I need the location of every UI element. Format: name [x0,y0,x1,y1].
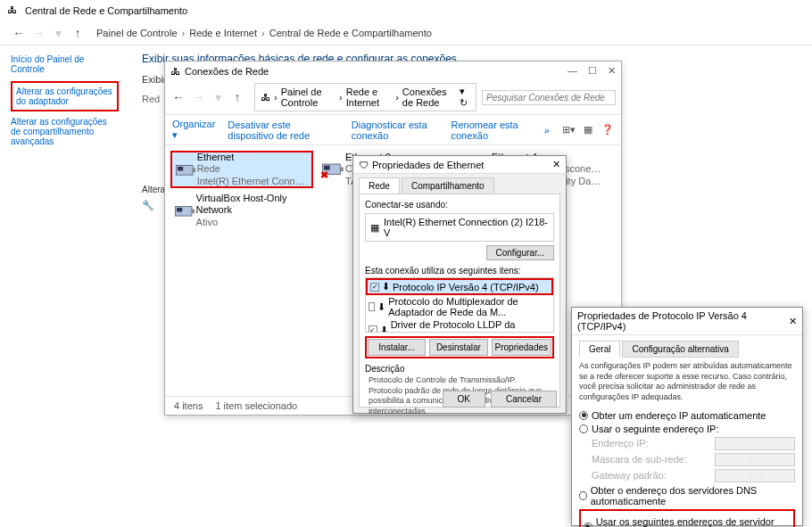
nic-icon: ▦ [370,222,379,234]
radio-icon[interactable] [584,523,592,527]
adapter-ethernet[interactable]: EthernetRedeIntel(R) Ethernet Connectio.… [170,151,313,188]
radio-dns-auto[interactable]: Obter o endereço dos servidores DNS auto… [579,485,795,506]
window-title: Central de Rede e Compartilhamento [25,5,187,16]
sidebar-home[interactable]: Início do Painel de Controle [11,54,119,74]
sidebar: Início do Painel de Controle Alterar as … [0,45,129,218]
close-button[interactable]: ✕ [608,65,616,77]
tab-network[interactable]: Rede [359,177,400,194]
checkbox-icon[interactable]: ✓ [370,283,379,292]
radio-icon[interactable] [579,424,588,433]
organize-menu[interactable]: Organizar ▾ [172,119,215,141]
forward-button[interactable]: → [30,25,46,41]
up-button[interactable]: ↑ [229,89,245,105]
disable-device[interactable]: Desativar este dispositivo de rede [228,119,338,141]
item-multiplexor[interactable]: ⬇Protocolo do Multiplexador de Adaptador… [366,295,553,318]
maximize-button[interactable]: ☐ [588,65,597,77]
rename[interactable]: Renomear esta conexão [452,119,532,141]
search-input[interactable] [482,90,616,105]
field-ip: Endereço IP:. . . [592,437,795,450]
checkbox-icon[interactable] [369,302,375,311]
minimize-button[interactable]: — [568,65,577,77]
field-gateway: Gateway padrão:. . . [592,469,795,482]
radio-icon[interactable] [579,411,588,420]
title-bar: 🖧 Central de Rede e Compartilhamento [0,0,812,21]
up-button[interactable]: ↑ [70,25,86,41]
dropdown-history[interactable]: ▾ [50,25,66,41]
diagnose[interactable]: Diagnosticar esta conexão [352,119,439,141]
item-lldp[interactable]: ✓⬇Driver de Protocolo LLDP da Microsoft [366,318,553,333]
description-label: Descrição [365,364,554,374]
forward-button[interactable]: → [190,89,206,105]
ok-button[interactable]: OK [443,391,485,408]
more[interactable]: » [544,125,550,136]
network-icon: 🖧 [7,4,20,17]
uninstall-button[interactable]: Desinstalar [429,339,487,356]
nic-icon [175,161,197,178]
sidebar-sharing-settings[interactable]: Alterar as configurações de compartilham… [11,115,119,148]
install-button[interactable]: Instalar... [368,339,426,356]
properties-button[interactable]: Propriedades [492,339,551,356]
sidebar-adapter-settings[interactable]: Alterar as configurações do adaptador [11,81,119,111]
protocol-list[interactable]: ✓⬇Protocolo IP Versão 4 (TCP/IPv4) ⬇Prot… [365,277,554,333]
dialog-title: Propriedades de Ethernet [372,160,484,170]
shield-icon: 🛡 [359,160,369,170]
connect-using-label: Conectar-se usando: [365,200,554,210]
tab-general[interactable]: Geral [579,341,620,358]
tab-alt-config[interactable]: Configuração alternativa [622,341,738,358]
breadcrumb[interactable]: Painel de Controle› Rede e Internet› Cen… [96,28,432,38]
item-ipv4[interactable]: ✓⬇Protocolo IP Versão 4 (TCP/IPv4) [366,278,553,295]
tab-sharing[interactable]: Compartilhamento [402,177,494,194]
toolbar: Organizar ▾ Desativar este dispositivo d… [165,115,621,145]
items-label: Esta conexão utiliza os seguintes itens: [365,260,554,276]
nav-bar: ← → ▾ ↑ Painel de Controle› Rede e Inter… [0,21,812,45]
back-button[interactable]: ← [170,89,186,105]
close-button[interactable]: ✕ [789,316,797,327]
field-mask: Máscara de sub-rede:. . . [592,453,795,466]
item-count: 4 itens [174,400,203,411]
configure-button[interactable]: Configurar... [486,245,554,260]
close-button[interactable]: ✕ [552,159,560,170]
radio-icon[interactable] [579,491,587,500]
cancel-button[interactable]: Cancelar [491,391,557,408]
dialog-title: Propriedades de Protocolo IP Versão 4 (T… [577,310,789,332]
selection-count: 1 item selecionado [215,400,297,411]
ipv4-properties-dialog: Propriedades de Protocolo IP Versão 4 (T… [571,307,803,526]
radio-ip-manual[interactable]: Usar o seguinte endereço IP: [579,424,795,434]
info-text: As configurações IP podem ser atribuídas… [579,361,795,403]
conn-window-title: Conexões de Rede [185,66,269,77]
help-icon[interactable]: ❓ [601,124,614,136]
back-button[interactable]: ← [11,25,27,41]
conn-titlebar: 🖧 Conexões de Rede — ☐ ✕ [165,62,621,80]
nic-icon [174,202,196,219]
network-icon: 🖧 [170,66,180,77]
adapter-virtualbox[interactable]: VirtualBox Host-Only NetworkAtivo [170,192,313,229]
radio-dns-manual[interactable]: Usar os seguintes endereços de servidor … [584,516,791,527]
history-dropdown[interactable]: ▾ [210,89,226,105]
checkbox-icon[interactable]: ✓ [369,325,377,333]
ethernet-properties-dialog: 🛡Propriedades de Ethernet ✕ Rede Compart… [352,155,567,414]
radio-ip-auto[interactable]: Obter um endereço IP automaticamente [579,410,795,421]
nic-field: ▦Intel(R) Ethernet Connection (2) I218-V [365,213,554,242]
details-icon[interactable]: ▦ [582,124,594,136]
address-bar[interactable]: 🖧› Painel de Controle› Rede e Internet› … [254,83,476,111]
view-icon[interactable]: ⊞▾ [562,124,575,136]
